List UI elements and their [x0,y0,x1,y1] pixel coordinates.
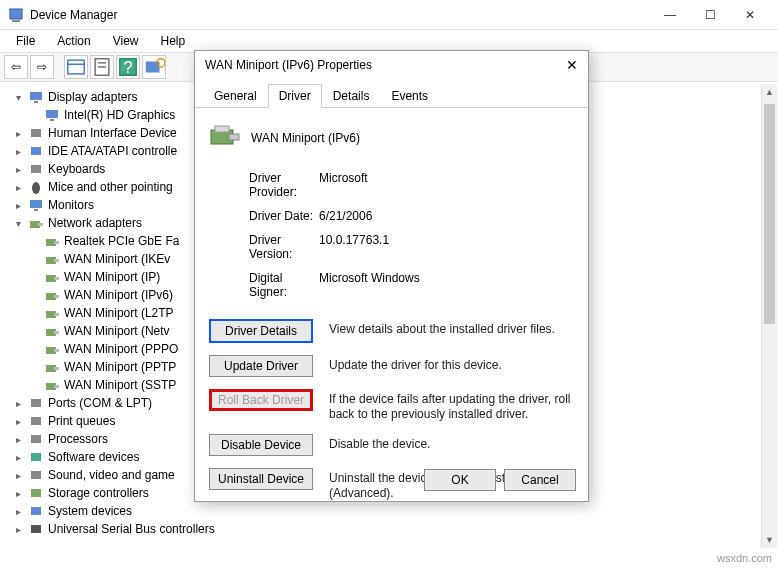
app-icon [8,7,24,23]
svg-rect-24 [54,241,59,244]
device-icon [28,144,44,158]
svg-rect-16 [31,147,41,155]
device-icon [28,450,44,464]
device-icon [44,342,60,356]
tab-general[interactable]: General [203,84,268,108]
device-icon [44,252,60,266]
svg-rect-0 [10,9,22,19]
dialog-close-button[interactable]: ✕ [566,57,578,73]
expand-icon[interactable]: ▸ [12,128,24,139]
dialog-footer: OK Cancel [424,469,576,491]
device-name: WAN Miniport (IPv6) [251,131,360,145]
expand-icon[interactable]: ▸ [12,452,24,463]
signer-label: Digital Signer: [209,271,319,299]
close-button[interactable]: ✕ [730,0,770,30]
expand-icon[interactable]: ▸ [12,182,24,193]
device-icon [28,504,44,518]
expand-icon[interactable]: ▸ [12,200,24,211]
svg-rect-44 [31,453,41,461]
tree-item-label: Ports (COM & LPT) [48,396,152,410]
minimize-button[interactable]: — [650,0,690,30]
scrollbar-thumb[interactable] [764,104,775,324]
menu-file[interactable]: File [6,32,45,50]
disable-device-desc: Disable the device. [329,434,574,452]
uninstall-device-button[interactable]: Uninstall Device [209,468,313,490]
svg-rect-1 [12,20,20,22]
tree-item-label: Mice and other pointing [48,180,173,194]
tree-item-label: Realtek PCIe GbE Fa [64,234,179,248]
expand-icon[interactable]: ▸ [12,434,24,445]
maximize-button[interactable]: ☐ [690,0,730,30]
svg-rect-2 [68,60,85,74]
provider-label: Driver Provider: [209,171,319,199]
back-button[interactable]: ⇦ [4,55,28,79]
ok-button[interactable]: OK [424,469,496,491]
device-icon [44,306,60,320]
tree-item-label: WAN Miniport (IKEv [64,252,170,266]
tree-item-label: Universal Serial Bus controllers [48,522,215,536]
device-icon [28,468,44,482]
signer-value: Microsoft Windows [319,271,420,299]
svg-point-18 [32,182,40,194]
tree-scrollbar[interactable]: ▲ ▼ [761,84,777,548]
tab-details[interactable]: Details [322,84,381,108]
device-icon [44,234,60,248]
expand-icon[interactable]: ▾ [12,92,24,103]
version-label: Driver Version: [209,233,319,261]
disable-device-button[interactable]: Disable Device [209,434,313,456]
svg-rect-32 [54,313,59,316]
tree-item-label: WAN Miniport (IPv6) [64,288,173,302]
svg-rect-20 [34,209,38,211]
expand-icon[interactable]: ▸ [12,524,24,535]
expand-icon[interactable]: ▸ [12,470,24,481]
expand-icon[interactable]: ▸ [12,416,24,427]
device-icon [44,288,60,302]
show-hidden-button[interactable] [64,55,88,79]
properties-button[interactable] [90,55,114,79]
tree-item-label: WAN Miniport (PPTP [64,360,176,374]
svg-rect-28 [54,277,59,280]
menu-help[interactable]: Help [151,32,196,50]
tree-item-label: Print queues [48,414,115,428]
svg-rect-13 [46,110,58,118]
cancel-button[interactable]: Cancel [504,469,576,491]
scroll-up-icon[interactable]: ▲ [762,84,777,100]
tree-item-label: System devices [48,504,132,518]
expand-icon[interactable]: ▸ [12,164,24,175]
device-icon [28,432,44,446]
expand-icon[interactable]: ▸ [12,398,24,409]
update-driver-button[interactable]: Update Driver [209,355,313,377]
tree-item[interactable]: ▸System devices [4,502,774,520]
tree-item-label: Human Interface Device [48,126,177,140]
help-toolbar-button[interactable]: ? [116,55,140,79]
device-icon [44,378,60,392]
device-icon [28,522,44,536]
expand-icon[interactable]: ▾ [12,218,24,229]
menu-action[interactable]: Action [47,32,100,50]
dialog-titlebar: WAN Miniport (IPv6) Properties ✕ [195,51,588,79]
update-driver-desc: Update the driver for this device. [329,355,574,373]
menu-bar: File Action View Help [0,30,778,52]
expand-icon[interactable]: ▸ [12,146,24,157]
tree-item-label: WAN Miniport (L2TP [64,306,174,320]
svg-rect-47 [31,507,41,515]
svg-rect-14 [50,119,54,121]
svg-rect-15 [31,129,41,137]
dialog-title: WAN Miniport (IPv6) Properties [205,58,566,72]
tree-item-label: Network adapters [48,216,142,230]
forward-button[interactable]: ⇨ [30,55,54,79]
svg-rect-40 [54,385,59,388]
menu-view[interactable]: View [103,32,149,50]
svg-rect-38 [54,367,59,370]
svg-rect-41 [31,399,41,407]
expand-icon[interactable]: ▸ [12,506,24,517]
tree-item-label: Processors [48,432,108,446]
scroll-down-icon[interactable]: ▼ [762,532,777,548]
tree-item[interactable]: ▸Universal Serial Bus controllers [4,520,774,538]
driver-details-button[interactable]: Driver Details [209,319,313,343]
tab-driver[interactable]: Driver [268,84,322,108]
scan-button[interactable] [142,55,166,79]
tab-events[interactable]: Events [380,84,439,108]
window-title: Device Manager [30,8,650,22]
expand-icon[interactable]: ▸ [12,488,24,499]
